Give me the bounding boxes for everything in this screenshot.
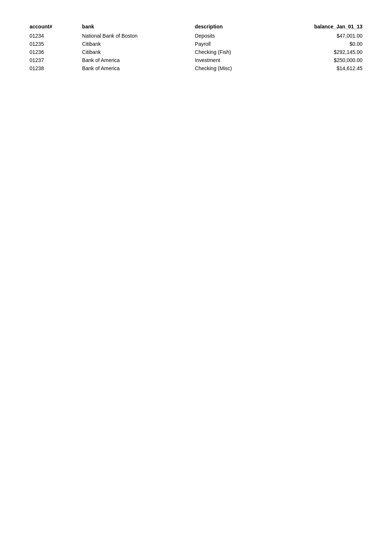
col-header-description: description xyxy=(195,22,274,32)
cell-balance: $47,001.00 xyxy=(274,32,362,40)
table-row: 01236CitibankChecking (Fish)$292,145.00 xyxy=(30,48,362,56)
cell-bank: Citibank xyxy=(82,48,195,56)
table-row: 01238Bank of AmericaChecking (Misc)$14,6… xyxy=(30,64,362,72)
cell-description: Deposits xyxy=(195,32,274,40)
cell-description: Checking (Misc) xyxy=(195,64,274,72)
cell-bank: National Bank of Boston xyxy=(82,32,195,40)
col-header-bank: bank xyxy=(82,22,195,32)
cell-bank: Bank of America xyxy=(82,56,195,64)
cell-balance: $250,000.00 xyxy=(274,56,362,64)
col-header-account: account# xyxy=(30,22,82,32)
cell-account: 01234 xyxy=(30,32,82,40)
table-row: 01234National Bank of BostonDeposits$47,… xyxy=(30,32,362,40)
cell-account: 01237 xyxy=(30,56,82,64)
table-row: 01235CitibankPayroll$0.00 xyxy=(30,40,362,48)
cell-account: 01236 xyxy=(30,48,82,56)
cell-balance: $14,612.45 xyxy=(274,64,362,72)
col-header-balance: balance_Jan_01_13 xyxy=(274,22,362,32)
cell-description: Checking (Fish) xyxy=(195,48,274,56)
cell-bank: Citibank xyxy=(82,40,195,48)
cell-account: 01238 xyxy=(30,64,82,72)
accounts-table: account# bank description balance_Jan_01… xyxy=(30,22,362,72)
table-row: 01237Bank of AmericaInvestment$250,000.0… xyxy=(30,56,362,64)
cell-bank: Bank of America xyxy=(82,64,195,72)
cell-description: Payroll xyxy=(195,40,274,48)
cell-description: Investment xyxy=(195,56,274,64)
cell-account: 01235 xyxy=(30,40,82,48)
cell-balance: $0.00 xyxy=(274,40,362,48)
cell-balance: $292,145.00 xyxy=(274,48,362,56)
